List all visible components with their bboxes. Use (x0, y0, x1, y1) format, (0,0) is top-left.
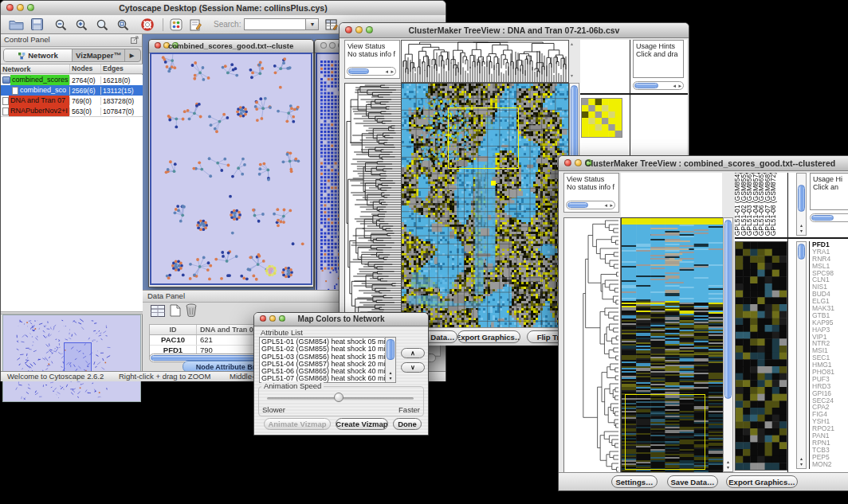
usage-hints-scrollbar[interactable]: ◂▸ (633, 81, 684, 90)
control-panel-tabs: Network VizMapper™ ▶ (3, 49, 141, 62)
float-panel-icon[interactable] (131, 36, 139, 45)
done-button[interactable]: Done (393, 418, 422, 430)
tab-vizmapper[interactable]: VizMapper™ (73, 49, 125, 61)
col-network[interactable]: Network (1, 64, 69, 75)
close-icon[interactable] (564, 159, 571, 166)
treeview1-titlebar[interactable]: ClusterMaker TreeView : DNA and Tran 07-… (340, 23, 689, 38)
heatmap-vscrollbar[interactable]: ▴▾ (723, 217, 733, 472)
treeview-button[interactable]: Settings… (611, 475, 658, 488)
open-file-button[interactable] (9, 18, 24, 30)
close-icon[interactable] (260, 315, 266, 322)
treeview2-titlebar[interactable]: ClusterMaker TreeView : combined_scores_… (559, 156, 848, 171)
delete-attribute-icon[interactable] (186, 303, 197, 320)
close-icon[interactable] (320, 42, 327, 49)
network-view-1[interactable] (150, 53, 312, 285)
zoom-heatmap[interactable] (735, 241, 787, 471)
minimize-icon[interactable] (329, 42, 336, 49)
row-dendrogram[interactable] (563, 217, 621, 474)
network-icon (2, 76, 10, 84)
listbox-scrollbar[interactable]: ▴▾ (385, 338, 395, 382)
search-dropdown-icon[interactable]: ▼ (306, 18, 319, 30)
col-id[interactable]: ID (150, 325, 197, 334)
network-nodes-count: 769(0) (69, 97, 100, 105)
close-icon[interactable] (345, 26, 352, 33)
network-window-1-title: combined_scores_good.txt--cluste... (168, 41, 294, 50)
control-panel-header: Control Panel (1, 34, 142, 47)
network-list-row[interactable]: combined_sco 2569(6) 13112(15) (1, 85, 143, 96)
attribute-options: GPL51-01 (GSM854) heat shock 05 minGPL51… (261, 338, 385, 383)
tab-overflow-icon[interactable]: ▶ (125, 49, 139, 61)
treeview-window-2: ClusterMaker TreeView : combined_scores_… (558, 155, 848, 491)
create-vizmap-button[interactable]: Create Vizmap (336, 418, 388, 430)
speed-slider-thumb[interactable] (334, 393, 344, 402)
col-nodes[interactable]: Nodes (69, 64, 100, 73)
usage-hints-scrollbar[interactable] (810, 213, 848, 222)
faster-label: Faster (398, 405, 420, 414)
pane-divider (787, 173, 788, 472)
view-status-scrollbar[interactable]: ◂▸ (347, 67, 396, 76)
new-attribute-icon[interactable] (170, 304, 181, 320)
view-status-message: No status info f (567, 183, 616, 191)
view-status-scrollbar[interactable]: ◂▸ (566, 201, 615, 209)
zoom-heatmap[interactable] (581, 98, 622, 138)
view-status-panel: View Status No status info f ◂▸ (563, 173, 619, 213)
network-edges-count: 183728(0) (100, 97, 143, 105)
network-list-row[interactable]: RNAPuberNov2+I 563(0) 107847(0) (1, 106, 143, 116)
treeview-button[interactable]: Export Graphics… (457, 330, 520, 343)
zoom-fit-icon[interactable] (116, 18, 130, 31)
status-hint-middle: Middle- (230, 372, 254, 381)
global-heatmap[interactable] (401, 83, 569, 329)
network-name: DNA and Tran 07 (9, 96, 69, 106)
save-button[interactable] (31, 18, 43, 30)
zoom-column-labels (581, 40, 627, 92)
annotation-icon[interactable] (190, 18, 202, 31)
network-window-1-titlebar[interactable]: combined_scores_good.txt--cluste... (149, 40, 313, 53)
select-attributes-icon[interactable] (151, 305, 165, 320)
network-list-row[interactable]: DNA and Tran 07 769(0) 183728(0) (1, 96, 143, 106)
zoom-in-icon[interactable] (75, 18, 88, 31)
main-titlebar[interactable]: Cytoscape Desktop (Session Name: collins… (1, 1, 446, 16)
tab-network-label: Network (28, 51, 57, 60)
network-list-row[interactable]: combined_scores 2764(0) 16218(0) (1, 75, 143, 85)
attribute-listbox[interactable]: GPL51-01 (GSM854) heat shock 05 minGPL51… (259, 337, 396, 383)
usage-hints-panel: Usage Hints Click and dra (633, 40, 684, 78)
help-icon[interactable] (141, 18, 154, 31)
treeview-button[interactable]: Export Graphics… (726, 475, 798, 488)
search-input[interactable] (244, 18, 306, 30)
search-label: Search: (214, 20, 241, 29)
zoom-column-labels: GPL51-01 (GSM854)GPL51-02 (GSM855)GPL51-… (735, 173, 786, 236)
attribute-list-label: Attribute List (261, 328, 303, 337)
column-dendrogram[interactable] (401, 40, 569, 83)
treeview-button[interactable]: Save Data… (667, 475, 718, 488)
zoom-selected-icon[interactable] (96, 18, 109, 31)
zoom-vscrollbar[interactable]: ▴▾ (796, 241, 807, 469)
row-dendrogram[interactable] (344, 83, 402, 329)
move-up-button[interactable]: ∧ (401, 348, 425, 358)
animate-vizmap-button[interactable]: Animate Vizmap (264, 418, 331, 430)
move-down-button[interactable]: ∨ (401, 362, 425, 373)
birdseye-view[interactable] (2, 315, 141, 402)
column-labels-scrollbar[interactable]: ▴▾ (796, 173, 807, 236)
vizmapper-icon[interactable] (170, 18, 183, 31)
close-icon[interactable] (6, 4, 14, 11)
view-status-title: View Status (567, 175, 616, 183)
view-status-title: View Status (347, 42, 397, 50)
slower-label: Slower (262, 405, 285, 414)
network-window-1[interactable]: combined_scores_good.txt--cluste... (148, 39, 314, 287)
dialog-titlebar[interactable]: Map Colors to Network (254, 313, 428, 326)
data-panel-title: Data Panel (147, 291, 185, 300)
column-label[interactable]: GPL51-08 (GSM872) (771, 173, 777, 236)
network-name: RNAPuberNov2+I (9, 106, 69, 116)
close-icon[interactable] (155, 42, 161, 49)
global-heatmap[interactable] (621, 217, 724, 474)
network-tree-icon (18, 52, 26, 60)
col-edges[interactable]: Edges (100, 64, 143, 73)
dendro-scroll-up-icon[interactable]: ▴ (571, 41, 573, 46)
attribute-browser-icon[interactable] (325, 18, 339, 31)
zoom-out-icon[interactable] (54, 18, 68, 31)
gene-label[interactable]: MON2 (812, 461, 848, 468)
tab-network[interactable]: Network (4, 49, 73, 61)
network-name: combined_scores (10, 75, 69, 85)
network-list: combined_scores 2764(0) 16218(0) combine… (1, 75, 143, 116)
dendro-scroll-down-icon[interactable]: ▾ (571, 72, 573, 78)
